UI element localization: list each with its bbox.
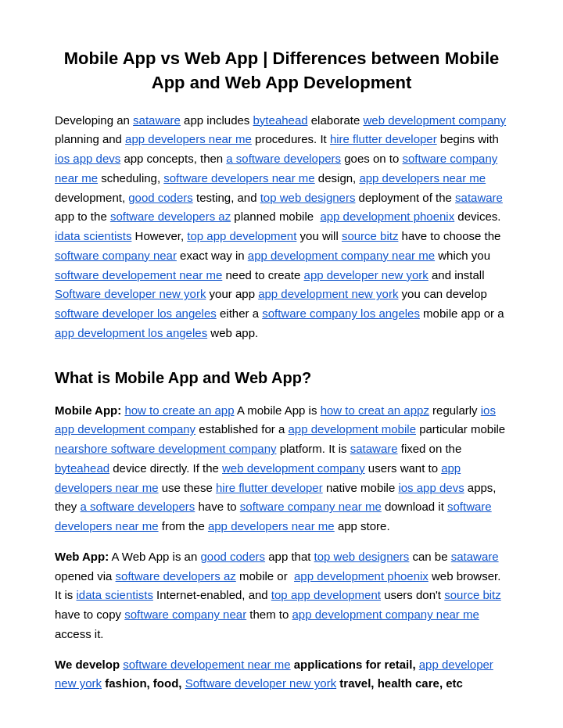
link-sataware-2[interactable]: sataware (455, 191, 503, 204)
link-software-devs-az-1[interactable]: software developers az (110, 210, 231, 223)
link-app-dev-ny-2[interactable]: app development new york (258, 287, 398, 300)
link-software-devs-near-1[interactable]: software developers near me (163, 171, 314, 185)
link-app-devs-near-4[interactable]: app developers near me (208, 519, 335, 533)
link-software-dev-ny-2[interactable]: Software developer new york (185, 676, 336, 690)
link-software-co-near-2[interactable]: software company near (55, 249, 177, 262)
link-software-co-la-1[interactable]: software company los angeles (262, 307, 420, 320)
applications-for-retail-text: applications for retail, (294, 658, 416, 671)
page-container: Mobile App vs Web App | Differences betw… (16, 16, 547, 728)
mobile-app-paragraph: Mobile App: how to create an app A mobil… (55, 401, 508, 536)
section2-heading: What is Mobile App and Web App? (55, 365, 508, 390)
link-web-dev-company-1[interactable]: web development company (364, 113, 507, 127)
link-good-coders-2[interactable]: good coders (200, 550, 265, 563)
link-sataware-1[interactable]: sataware (133, 113, 181, 127)
link-how-to-creat-1[interactable]: how to creat an appz (321, 403, 429, 417)
link-software-devs-az-2[interactable]: software developers az (116, 569, 236, 583)
travel-health-text: travel, health care, etc (339, 676, 463, 690)
link-byteahead-2[interactable]: byteahead (55, 461, 109, 475)
link-software-dev-ny-1[interactable]: Software developer new york (55, 287, 206, 300)
link-source-bitz-1[interactable]: source bitz (342, 229, 399, 242)
link-top-web-designers-1[interactable]: top web designers (260, 191, 356, 204)
link-nearshore-1[interactable]: nearshore software development company (55, 442, 277, 455)
link-hire-flutter-2[interactable]: hire flutter developer (216, 481, 323, 494)
link-idata-scientists-2[interactable]: idata scientists (77, 588, 153, 601)
link-app-dev-co-near-1[interactable]: app development company near me (248, 249, 435, 262)
link-how-to-create-1[interactable]: how to create an app (124, 403, 234, 417)
link-source-bitz-2[interactable]: source bitz (444, 588, 501, 601)
link-top-app-dev-1[interactable]: top app development (187, 229, 296, 242)
link-sataware-3[interactable]: sataware (350, 442, 398, 455)
link-web-dev-company-2[interactable]: web development company (222, 461, 365, 475)
link-top-app-dev-2[interactable]: top app development (271, 588, 381, 601)
link-good-coders-1[interactable]: good coders (128, 191, 193, 204)
we-develop-label: We develop (55, 658, 120, 671)
mobile-app-label: Mobile App: (55, 403, 121, 417)
link-app-dev-phoenix-1[interactable]: app development phoenix (320, 210, 454, 223)
link-software-co-near-4[interactable]: software company near (124, 608, 246, 621)
link-app-dev-ny-1[interactable]: app developer new york (304, 268, 429, 282)
link-app-dev-mobile-1[interactable]: app development mobile (289, 422, 416, 436)
link-ios-app-devs-1[interactable]: ios app devs (55, 152, 120, 165)
we-develop-paragraph: We develop software developement near me… (55, 655, 508, 694)
link-idata-scientists-1[interactable]: idata scientists (55, 229, 131, 242)
link-software-dev-la-1[interactable]: software developer los angeles (55, 307, 217, 320)
link-software-devs-2[interactable]: a software developers (81, 500, 195, 513)
link-ios-app-devs-2[interactable]: ios app devs (398, 481, 464, 494)
link-software-co-near-3[interactable]: software company near me (240, 500, 382, 513)
link-software-devs-1[interactable]: a software developers (226, 152, 341, 165)
link-top-web-designers-2[interactable]: top web designers (314, 550, 410, 563)
link-hire-flutter-1[interactable]: hire flutter developer (330, 132, 437, 145)
link-app-dev-phoenix-2[interactable]: app development phoenix (294, 569, 429, 583)
link-sataware-4[interactable]: sataware (451, 550, 499, 563)
link-app-devs-near-1[interactable]: app developers near me (125, 132, 252, 145)
link-byteahead-1[interactable]: byteahead (253, 113, 308, 127)
link-app-devs-near-2[interactable]: app developers near me (359, 171, 486, 185)
web-app-label: Web App: (55, 550, 109, 563)
intro-paragraph: Developing an sataware app includes byte… (55, 111, 508, 343)
page-title: Mobile App vs Web App | Differences betw… (55, 47, 508, 95)
link-app-dev-co-near-2[interactable]: app development company near me (292, 608, 479, 621)
link-software-dev-near-2[interactable]: software developement near me (123, 658, 290, 671)
link-software-dev-near-1[interactable]: software developement near me (55, 268, 222, 282)
web-app-paragraph: Web App: A Web App is an good coders app… (55, 547, 508, 644)
link-ios-app-dev-co-1[interactable]: ios app development company (55, 403, 496, 436)
fashion-food-text: fashion, food, (105, 676, 181, 690)
link-app-dev-la-1[interactable]: app development los angeles (55, 326, 207, 339)
